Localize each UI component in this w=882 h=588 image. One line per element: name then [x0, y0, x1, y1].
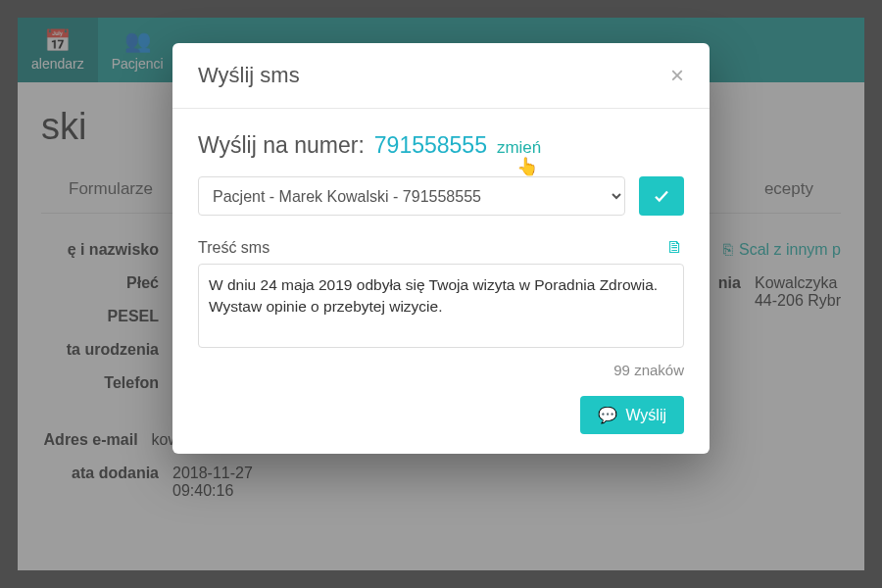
modal-overlay[interactable]: Wyślij sms × Wyślij na numer: 791558555 …	[0, 0, 882, 588]
sms-label-row: Treść sms 🗎	[198, 237, 684, 258]
send-sms-modal: Wyślij sms × Wyślij na numer: 791558555 …	[172, 43, 710, 454]
modal-actions: 💬 Wyślij	[198, 396, 684, 434]
pointer-cursor-icon: 👆	[516, 156, 538, 177]
modal-title: Wyślij sms	[198, 63, 300, 88]
patient-select[interactable]: Pacjent - Marek Kowalski - 791558555	[198, 176, 625, 216]
sms-textarea[interactable]	[198, 264, 684, 348]
check-icon	[653, 187, 670, 205]
confirm-number-button[interactable]	[639, 176, 684, 216]
send-to-line: Wyślij na numer: 791558555 zmień 👆	[198, 132, 684, 159]
patient-select-row: Pacjent - Marek Kowalski - 791558555	[198, 176, 684, 216]
char-count: 99 znaków	[198, 362, 684, 378]
sms-content-label: Treść sms	[198, 239, 270, 257]
send-button[interactable]: 💬 Wyślij	[580, 396, 684, 434]
modal-body: Wyślij na numer: 791558555 zmień 👆 Pacje…	[172, 109, 710, 454]
modal-header: Wyślij sms ×	[172, 43, 710, 109]
chat-icon: 💬	[598, 406, 617, 424]
template-icon[interactable]: 🗎	[666, 237, 684, 258]
send-button-label: Wyślij	[625, 407, 666, 424]
change-number-link[interactable]: zmień 👆	[497, 138, 541, 158]
send-to-number: 791558555	[374, 132, 487, 159]
send-to-prefix: Wyślij na numer:	[198, 132, 365, 159]
close-icon[interactable]: ×	[670, 64, 684, 87]
